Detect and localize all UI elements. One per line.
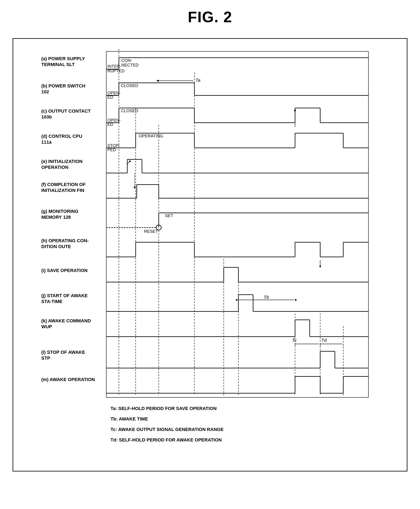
svg-text:CON-: CON- — [121, 58, 132, 63]
svg-text:MEMORY 128: MEMORY 128 — [41, 215, 71, 220]
svg-text:SET: SET — [165, 213, 173, 218]
svg-text:CLOSED: CLOSED — [121, 83, 138, 88]
svg-text:INTER-: INTER- — [107, 64, 121, 68]
svg-text:Ta: SELF-HOLD PERIOD FOR SAVE : Ta: SELF-HOLD PERIOD FOR SAVE OPERATION — [111, 406, 217, 411]
timing-diagram-svg: text { font-family: Arial, sans-serif; }… — [41, 45, 373, 464]
svg-text:STA·TIME: STA·TIME — [41, 299, 62, 304]
svg-text:103b: 103b — [41, 114, 52, 120]
svg-text:STP: STP — [41, 355, 50, 361]
page-container: FIG. 2 text { font-family: Arial, sans-s… — [0, 0, 420, 509]
svg-text:(c) OUTPUT CONTACT: (c) OUTPUT CONTACT — [41, 108, 91, 114]
svg-text:INITIALIZATION FIN: INITIALIZATION FIN — [41, 188, 84, 193]
svg-text:(k) AWAKE COMMAND: (k) AWAKE COMMAND — [41, 318, 91, 323]
svg-text:NECTED: NECTED — [121, 63, 139, 67]
svg-text:RESET: RESET — [144, 229, 158, 234]
svg-text:(l) STOP OF AWAKE: (l) STOP OF AWAKE — [41, 350, 85, 355]
svg-marker-52 — [156, 80, 159, 82]
svg-text:Tb: AWAKE TIME: Tb: AWAKE TIME — [111, 416, 148, 421]
svg-text:(e) INITIALIZATION: (e) INITIALIZATION — [41, 159, 82, 164]
svg-text:OPEN-: OPEN- — [107, 91, 120, 95]
svg-text:Tb: Tb — [263, 295, 269, 300]
svg-marker-124 — [295, 299, 297, 301]
svg-text:(g) MONITORING: (g) MONITORING — [41, 209, 78, 214]
svg-text:OPEN-: OPEN- — [107, 118, 120, 122]
svg-text:Tc: AWAKE OUTPUT SIGNAL GENERA: Tc: AWAKE OUTPUT SIGNAL GENERATION RANGE — [111, 427, 224, 432]
figure-title: FIG. 2 — [13, 8, 407, 26]
svg-text:CLOSED: CLOSED — [121, 108, 138, 113]
svg-text:TERMINAL SLT: TERMINAL SLT — [41, 62, 75, 67]
svg-text:Tc: Tc — [292, 338, 297, 343]
svg-text:(m) AWAKE OPERATION: (m) AWAKE OPERATION — [41, 377, 95, 382]
svg-text:STOP-: STOP- — [107, 143, 120, 148]
svg-marker-123 — [235, 299, 237, 301]
svg-text:Td: SELF-HOLD PERIOD FOR AWAKE: Td: SELF-HOLD PERIOD FOR AWAKE OPERATION — [111, 437, 222, 442]
svg-text:(a) POWER SUPPLY: (a) POWER SUPPLY — [41, 56, 85, 61]
svg-text:Td: Td — [321, 338, 327, 343]
svg-text:OPERATING: OPERATING — [139, 134, 163, 138]
diagram-border: text { font-family: Arial, sans-serif; }… — [13, 38, 407, 472]
svg-text:(i) SAVE OPERATION: (i) SAVE OPERATION — [41, 268, 87, 273]
svg-marker-66 — [294, 109, 296, 111]
svg-text:(h) OPERATING CON-: (h) OPERATING CON- — [41, 238, 89, 243]
svg-text:(j) START OF AWAKE: (j) START OF AWAKE — [41, 293, 88, 298]
svg-text:102: 102 — [41, 89, 49, 94]
svg-marker-85 — [134, 187, 136, 189]
svg-text:(f) COMPLETION OF: (f) COMPLETION OF — [41, 182, 86, 187]
svg-text:111a: 111a — [41, 139, 52, 145]
svg-text:DITION OUTE: DITION OUTE — [41, 244, 71, 249]
svg-text:OPERATION: OPERATION — [41, 165, 68, 170]
svg-text:Ta: Ta — [195, 78, 201, 83]
svg-text:RUPTED: RUPTED — [107, 68, 125, 73]
svg-text:(d) CONTROL CPU: (d) CONTROL CPU — [41, 134, 82, 139]
svg-text:PED: PED — [107, 147, 116, 152]
svg-marker-111 — [319, 266, 321, 268]
svg-text:(b) POWER SWITCH: (b) POWER SWITCH — [41, 83, 85, 89]
svg-text:ED: ED — [107, 122, 113, 127]
svg-text:WUP: WUP — [41, 324, 52, 329]
svg-text:ED: ED — [107, 95, 113, 99]
